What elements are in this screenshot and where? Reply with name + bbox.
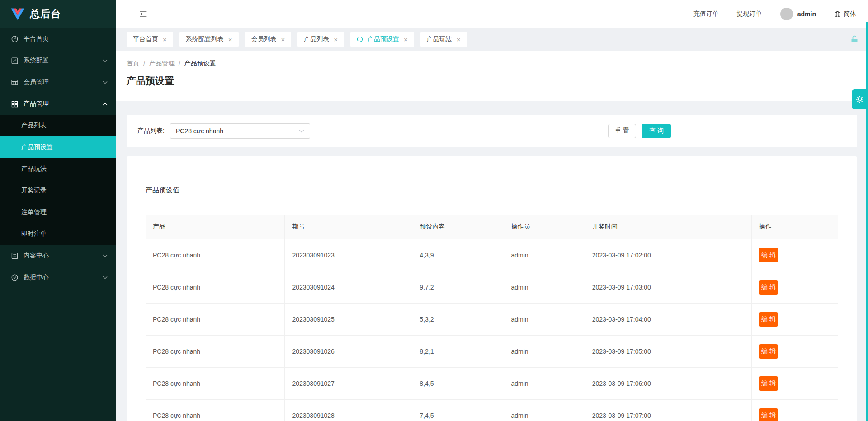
product-select-value: PC28 cực nhanh	[176, 127, 223, 135]
breadcrumb-current: 产品预设置	[184, 60, 216, 68]
withdraw-orders-link[interactable]: 提现订单	[737, 10, 762, 18]
table-row: PC28 cực nhanh 202303091027 8,4,5 admin …	[146, 367, 838, 399]
breadcrumb-home[interactable]: 首页	[127, 60, 139, 68]
settings-drawer-strip	[866, 22, 868, 421]
product-cell: PC28 cực nhanh	[146, 399, 285, 421]
chevron-up-icon	[103, 103, 108, 106]
submenu-item-product-preset[interactable]: 产品预设置	[0, 136, 116, 158]
submenu-item-bet-management[interactable]: 注单管理	[0, 201, 116, 223]
issue-cell: 202303091027	[285, 367, 412, 399]
settings-gear-button[interactable]	[852, 89, 868, 109]
tab-close-icon[interactable]: ×	[228, 36, 232, 43]
tab-product-list[interactable]: 产品列表 ×	[297, 32, 344, 47]
breadcrumb-product-management[interactable]: 产品管理	[149, 60, 175, 68]
submenu-item-draw-records[interactable]: 开奖记录	[0, 180, 116, 201]
brand-v-icon	[11, 8, 24, 20]
sidebar-item-content-center[interactable]: 内容中心	[0, 245, 116, 267]
table-header-row: 产品 期号 预设内容 操作员 开奖时间 操作	[146, 215, 838, 239]
sidebar-item-system-config[interactable]: 系统配置	[0, 50, 116, 71]
draw-time-cell: 2023-03-09 17:06:00	[585, 367, 751, 399]
username: admin	[797, 10, 816, 18]
preset-table-card: 产品预设值 产品 期号 预设内容 操作员 开奖时间 操作	[127, 156, 857, 421]
table-row: PC28 cực nhanh 202303091023 4,3,9 admin …	[146, 239, 838, 271]
product-cell: PC28 cực nhanh	[146, 303, 285, 335]
content: 产品列表: PC28 cực nhanh 重 置 查 询 产品预设值	[116, 101, 868, 421]
preset-cell: 5,3,2	[412, 303, 504, 335]
operator-cell: admin	[504, 303, 585, 335]
sidebar-item-dashboard[interactable]: 平台首页	[0, 28, 116, 50]
product-cell: PC28 cực nhanh	[146, 335, 285, 367]
draw-time-cell: 2023-03-09 17:05:00	[585, 335, 751, 367]
table-icon	[11, 79, 19, 86]
recharge-orders-link[interactable]: 充值订单	[693, 10, 719, 18]
draw-time-cell: 2023-03-09 17:04:00	[585, 303, 751, 335]
operator-cell: admin	[504, 239, 585, 271]
edit-button[interactable]: 编 辑	[759, 376, 778, 391]
main-area: 充值订单 提现订单 admin 简体 平台首页 × 系	[116, 0, 868, 421]
tab-close-icon[interactable]: ×	[281, 36, 285, 43]
tab-product-play[interactable]: 产品玩法 ×	[420, 32, 467, 47]
tab-platform-home[interactable]: 平台首页 ×	[127, 32, 173, 47]
chevron-down-icon	[103, 59, 108, 62]
col-product: 产品	[146, 215, 285, 239]
issue-cell: 202303091028	[285, 399, 412, 421]
issue-cell: 202303091024	[285, 271, 412, 303]
col-actions: 操作	[751, 215, 838, 239]
tab-product-preset[interactable]: 产品预设置 ×	[350, 32, 414, 47]
tab-member-list[interactable]: 会员列表 ×	[245, 32, 292, 47]
chevron-down-icon	[103, 254, 108, 257]
appstore-icon	[11, 100, 19, 108]
user-menu[interactable]: admin	[780, 8, 816, 20]
edit-button[interactable]: 编 辑	[759, 248, 778, 262]
product-list-label: 产品列表:	[137, 127, 165, 135]
sidebar-item-label: 会员管理	[24, 78, 49, 86]
reload-spinner-icon[interactable]	[357, 36, 363, 42]
product-select[interactable]: PC28 cực nhanh	[170, 123, 310, 139]
chevron-down-icon	[299, 129, 304, 133]
search-button[interactable]: 查 询	[642, 124, 671, 138]
app-root: 总后台 平台首页 系统配置	[0, 0, 868, 421]
tab-close-icon[interactable]: ×	[404, 36, 408, 43]
tab-system-config-list[interactable]: 系统配置列表 ×	[179, 32, 239, 47]
sidebar-nav: 平台首页 系统配置 会员管理	[0, 28, 116, 421]
table-row: PC28 cực nhanh 202303091028 7,4,5 admin …	[146, 399, 838, 421]
operator-cell: admin	[504, 399, 585, 421]
sidebar-item-label: 数据中心	[24, 273, 49, 281]
operator-cell: admin	[504, 367, 585, 399]
reset-button[interactable]: 重 置	[608, 124, 636, 138]
product-cell: PC28 cực nhanh	[146, 271, 285, 303]
topbar: 充值订单 提现订单 admin 简体	[116, 0, 868, 28]
sidebar-item-label: 平台首页	[24, 35, 49, 43]
globe-icon	[834, 11, 841, 18]
menu-fold-icon[interactable]	[138, 9, 148, 19]
chevron-down-icon	[103, 81, 108, 84]
col-preset: 预设内容	[412, 215, 504, 239]
tab-close-icon[interactable]: ×	[334, 36, 338, 43]
section-title: 产品预设值	[146, 186, 838, 195]
preset-cell: 8,4,5	[412, 367, 504, 399]
col-issue: 期号	[285, 215, 412, 239]
edit-button[interactable]: 编 辑	[759, 312, 778, 327]
operator-cell: admin	[504, 271, 585, 303]
submenu-item-product-play[interactable]: 产品玩法	[0, 158, 116, 180]
submenu-item-product-list[interactable]: 产品列表	[0, 115, 116, 136]
breadcrumb: 首页 / 产品管理 / 产品预设置	[127, 60, 857, 68]
sidebar-item-product-management[interactable]: 产品管理	[0, 93, 116, 115]
language-switcher[interactable]: 简体	[834, 10, 856, 18]
unlock-icon[interactable]	[850, 35, 859, 44]
page-header: 首页 / 产品管理 / 产品预设置 产品预设置	[116, 51, 868, 101]
avatar	[780, 8, 793, 20]
sidebar: 总后台 平台首页 系统配置	[0, 0, 116, 421]
preset-cell: 7,4,5	[412, 399, 504, 421]
preset-cell: 4,3,9	[412, 239, 504, 271]
edit-button[interactable]: 编 辑	[759, 408, 778, 421]
operator-cell: admin	[504, 335, 585, 367]
tab-close-icon[interactable]: ×	[457, 36, 461, 43]
submenu-item-realtime-bets[interactable]: 即时注单	[0, 223, 116, 245]
sidebar-item-member-management[interactable]: 会员管理	[0, 71, 116, 93]
sidebar-item-data-center[interactable]: 数据中心	[0, 267, 116, 288]
tab-close-icon[interactable]: ×	[163, 36, 167, 43]
edit-button[interactable]: 编 辑	[759, 280, 778, 295]
edit-button[interactable]: 编 辑	[759, 344, 778, 359]
tab-bar: 平台首页 × 系统配置列表 × 会员列表 × 产品列表 ×	[116, 28, 868, 51]
